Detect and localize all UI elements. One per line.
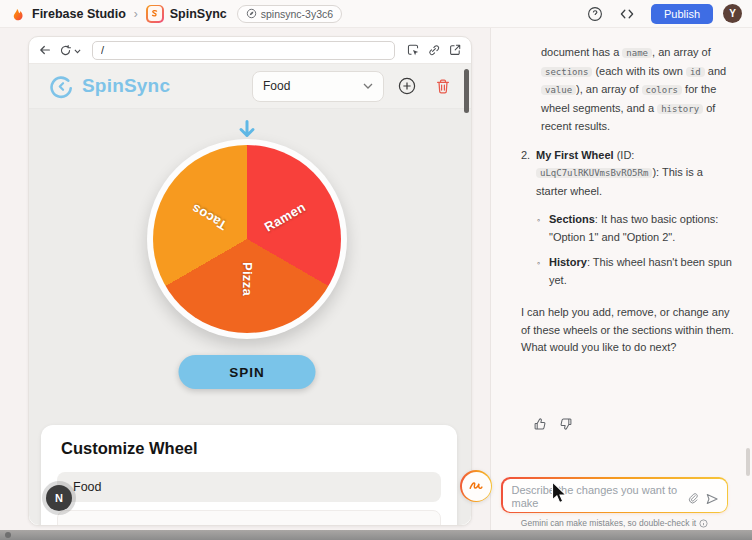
preview-toolbar (29, 37, 471, 64)
back-icon[interactable] (38, 43, 52, 57)
workspace-icon (246, 8, 257, 19)
info-icon[interactable] (699, 519, 708, 528)
inline-code: id (686, 67, 705, 77)
firebase-flame-icon (10, 6, 25, 22)
inspect-icon[interactable] (406, 43, 420, 57)
chat-block-paragraph: I can help you add, remove, or change an… (521, 304, 734, 357)
add-wheel-button[interactable] (398, 77, 416, 95)
brand-title[interactable]: Firebase Studio (32, 7, 126, 21)
inline-code: history (657, 104, 703, 114)
thumbs-up-icon[interactable] (533, 417, 547, 431)
message-feedback (533, 417, 573, 431)
list-marker: 2. (521, 147, 536, 201)
help-icon[interactable] (587, 6, 603, 22)
chat-block-continuation: document has a name, an array of section… (541, 44, 734, 136)
publish-button[interactable]: Publish (651, 4, 713, 24)
preview-scrollbar[interactable] (464, 69, 469, 113)
wheel-select-value: Food (263, 79, 290, 93)
gemini-agent-icon[interactable] (460, 470, 492, 502)
chat-block-bullet: ◦Sections: It has two basic options: "Op… (537, 211, 734, 246)
firebase-studio-window: Firebase Studio › SpinSync spinsync-3y3c… (0, 0, 752, 540)
wheel-ring: RamenPizzaTacos (147, 139, 347, 339)
list-marker: ◦ (537, 212, 549, 247)
inline-code: value (541, 85, 576, 95)
wheel[interactable]: RamenPizzaTacos (153, 145, 341, 333)
user-avatar[interactable]: Y (723, 4, 742, 23)
workspace-badge-label: spinsync-3y3c6 (261, 8, 333, 20)
open-in-new-icon[interactable] (448, 43, 462, 57)
section-name-value: Food (73, 480, 102, 494)
chat-block-numbered: 2.My First Wheel (ID: uLqC7ulRKUVmsBvRO5… (521, 147, 734, 201)
app-viewport: SpinSync Food Ra (29, 64, 471, 525)
breadcrumb-app-name[interactable]: SpinSync (170, 7, 227, 21)
send-icon[interactable] (705, 492, 719, 506)
gemini-chat-panel: document has a name, an array of section… (490, 28, 752, 530)
url-input[interactable] (92, 41, 395, 60)
app-title: SpinSync (82, 75, 170, 97)
spinsync-app-icon (146, 5, 164, 23)
thumbs-down-icon[interactable] (559, 417, 573, 431)
code-icon[interactable] (619, 6, 635, 22)
chat-input-border (501, 477, 728, 513)
list-marker: ◦ (537, 255, 549, 290)
chat-input-area: Gemini can make mistakes, so double-chec… (501, 477, 728, 528)
disclaimer-text: Gemini can make mistakes, so double-chec… (521, 518, 696, 528)
wheel-segment-label: Pizza (240, 262, 255, 296)
section-name-input[interactable]: Food (57, 472, 441, 502)
inline-code: colors (642, 85, 683, 95)
inline-code: name (622, 48, 652, 58)
attach-icon[interactable] (687, 492, 699, 505)
app-preview-panel: SpinSync Food Ra (28, 36, 472, 526)
bottom-strip (0, 530, 752, 540)
delete-wheel-button[interactable] (435, 78, 451, 94)
collaborator-cursor-badge: N (46, 485, 72, 511)
top-bar: Firebase Studio › SpinSync spinsync-3y3c… (0, 0, 752, 28)
gemini-disclaimer: Gemini can make mistakes, so double-chec… (501, 518, 728, 528)
refresh-icon[interactable] (59, 44, 81, 57)
spinsync-logo-icon (49, 74, 74, 99)
chat-messages: document has a name, an array of section… (491, 34, 742, 434)
workspace-badge[interactable]: spinsync-3y3c6 (237, 5, 342, 23)
inline-code: sections (541, 67, 592, 77)
customize-heading: Customize Wheel (57, 439, 441, 458)
chevron-down-icon (363, 83, 373, 89)
wheel-select[interactable]: Food (252, 71, 384, 102)
customize-wheel-card: Customize Wheel Food N (41, 425, 457, 525)
strip-dot (5, 532, 11, 538)
inline-code: uLqC7ulRKUVmsBvRO5Rm (536, 168, 652, 178)
spin-button[interactable]: SPIN (179, 355, 316, 389)
chat-block-bullet: ◦History: This wheel hasn't been spun ye… (537, 254, 734, 289)
wheel-segment-label: Tacos (189, 201, 230, 233)
chat-scrollbar[interactable] (746, 448, 750, 476)
section-name-input-partial[interactable] (57, 510, 441, 525)
app-header: SpinSync Food (29, 64, 471, 109)
breadcrumb-chevron-icon: › (134, 7, 138, 21)
wheel-segment-label: Ramen (262, 199, 308, 234)
link-icon[interactable] (427, 43, 441, 57)
